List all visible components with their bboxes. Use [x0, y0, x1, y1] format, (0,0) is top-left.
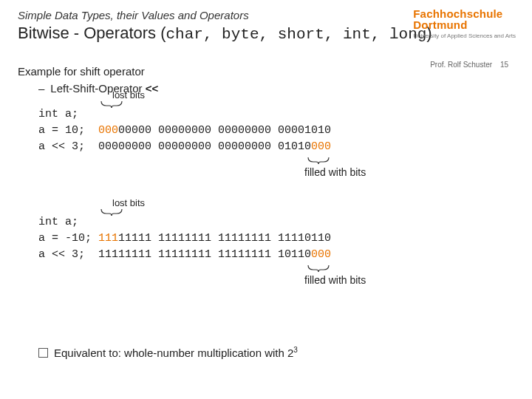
- equiv-exponent: 3: [293, 346, 298, 354]
- equivalent-note: Equivalent to: whole-number multiplicati…: [38, 346, 514, 359]
- filled-bits-label-2: filled with bits: [304, 272, 366, 288]
- code-shift-1: a << 3; 00000000 00000000 00000000 01010…: [38, 139, 514, 155]
- page-number: 15: [500, 61, 508, 69]
- code-assign-1: a = 10; 00000000 00000000 00000000 00001…: [38, 123, 514, 139]
- author-pagenum: Prof. Rolf Schuster 15: [430, 61, 508, 69]
- title-types: char, byte, short, int, long: [166, 26, 427, 43]
- brand-subtitle: University of Applied Sciences and Arts: [413, 33, 516, 39]
- bullet-left-shift: –Left-Shift-Operator <<: [38, 82, 514, 95]
- code-shift-2: a << 3; 11111111 11111111 11111111 10110…: [38, 247, 514, 263]
- code-block-positive: lost bits int a; a = 10; 00000000 000000…: [38, 98, 514, 186]
- code-block-negative: lost bits int a; a = -10; 11111111 11111…: [38, 205, 514, 294]
- checkbox-icon: [38, 348, 48, 358]
- code-assign-2: a = -10; 11111111 11111111 11111111 1111…: [38, 231, 514, 247]
- filled-bits-label-1: filled with bits: [304, 164, 366, 180]
- equiv-text: Equivalent to: whole-number multiplicati…: [54, 347, 293, 359]
- brand-block: Fachhochschule Dortmund University of Ap…: [413, 7, 516, 39]
- bullet-dash: –: [38, 82, 44, 95]
- title-lead: Bitwise - Operators (: [18, 24, 166, 42]
- author-name: Prof. Rolf Schuster: [430, 61, 492, 69]
- brace-lost-1: [99, 99, 124, 109]
- bullet-operator: <<: [146, 82, 159, 95]
- brand-line2: Dortmund: [413, 18, 516, 31]
- brace-lost-2: [99, 207, 124, 217]
